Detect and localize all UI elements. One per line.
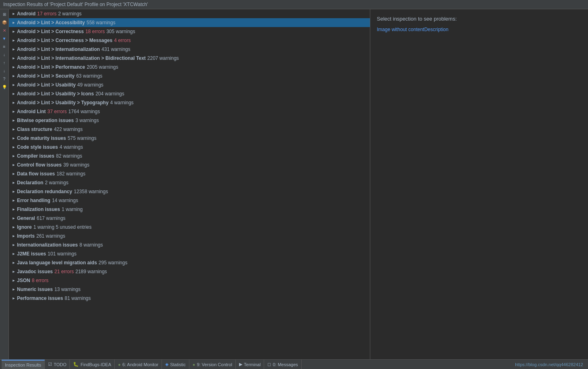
tree-item-label: Android > Lint > Usability > Typography bbox=[17, 100, 109, 105]
tree-item-warnings: 2005 warnings bbox=[87, 64, 118, 70]
tree-item[interactable]: ►General 617 warnings bbox=[9, 214, 370, 223]
tree-item[interactable]: ►Performance issues 81 warnings bbox=[9, 294, 370, 303]
expand-icon[interactable]: ⊞ bbox=[1, 11, 8, 17]
tree-item-label: Android Lint bbox=[17, 109, 46, 114]
status-item-messages[interactable]: ◻0: Messages bbox=[264, 360, 301, 369]
tree-item[interactable]: ►Bitwise operation issues 3 warnings bbox=[9, 116, 370, 125]
tree-item-warnings: 1764 warnings bbox=[68, 109, 100, 114]
filter-icon[interactable]: ▼ bbox=[1, 35, 8, 42]
status-item-findbugs[interactable]: 🐛FindBugs-IDEA bbox=[70, 360, 115, 369]
version-control-label: 9: Version Control bbox=[197, 362, 232, 367]
package-icon[interactable]: 📦 bbox=[1, 19, 8, 25]
tree-item-label: Data flow issues bbox=[17, 171, 55, 177]
tree-arrow-icon: ► bbox=[10, 73, 17, 79]
tree-item-warnings: 2207 warnings bbox=[147, 55, 179, 61]
tree-item[interactable]: ►Android > Lint > Correctness18 errors 3… bbox=[9, 27, 370, 36]
tree-item[interactable]: ►Javadoc issues21 errors 2189 warnings bbox=[9, 267, 370, 276]
inspection-results-label: Inspection Results bbox=[5, 363, 41, 367]
title-bar: Inspection Results of 'Project Default' … bbox=[0, 0, 588, 9]
tree-item[interactable]: ►Android > Lint > Performance 2005 warni… bbox=[9, 63, 370, 72]
tree-item-label: Declaration redundancy bbox=[17, 189, 72, 194]
tree-item-warnings: 558 warnings bbox=[86, 20, 115, 25]
left-toolbar: ⊞ 📦 ✕ ▼ ≡ ↓ ↑ ↓ ? 💡 bbox=[0, 9, 9, 359]
terminal-label: Terminal bbox=[244, 362, 261, 367]
tree-item[interactable]: ►JSON8 errors bbox=[9, 276, 370, 285]
main-content: ⊞ 📦 ✕ ▼ ≡ ↓ ↑ ↓ ? 💡 ►Android17 errors 2 … bbox=[0, 9, 588, 359]
tree-item[interactable]: ►Internationalization issues 8 warnings bbox=[9, 240, 370, 249]
status-item-statistic[interactable]: ◈Statistic bbox=[162, 360, 189, 369]
tree-item-label: Compiler issues bbox=[17, 153, 55, 159]
messages-icon: ◻ bbox=[267, 362, 271, 367]
tree-item[interactable]: ►Declaration 2 warnings bbox=[9, 178, 370, 187]
tree-item-errors: 4 errors bbox=[114, 38, 130, 43]
tree-item[interactable]: ►Android > Lint > Usability > Icons 204 … bbox=[9, 89, 370, 98]
tree-item[interactable]: ►Android Lint37 errors 1764 warnings bbox=[9, 107, 370, 116]
tree-item[interactable]: ►Compiler issues 82 warnings bbox=[9, 152, 370, 160]
tree-item[interactable]: ►Android > Lint > Security 63 warnings bbox=[9, 72, 370, 80]
tree-item-warnings: 63 warnings bbox=[76, 73, 103, 79]
tree-item-warnings: 617 warnings bbox=[37, 215, 65, 221]
tree-item[interactable]: ►Ignore 1 warning 5 unused entries bbox=[9, 223, 370, 232]
tree-item[interactable]: ►Android > Lint > Internationalization 4… bbox=[9, 45, 370, 54]
tree-item[interactable]: ►Data flow issues 182 warnings bbox=[9, 169, 370, 178]
tree-item-label: Android > Lint > Usability bbox=[17, 82, 76, 88]
tree-item-label: Java language level migration aids bbox=[17, 260, 97, 266]
status-item-android-monitor[interactable]: ●6: Android Monitor bbox=[115, 360, 162, 369]
bulb-icon[interactable]: 💡 bbox=[1, 84, 8, 90]
settings-icon[interactable]: ≡ bbox=[1, 43, 8, 50]
tree-arrow-icon: ► bbox=[10, 135, 17, 141]
up-icon[interactable]: ↑ bbox=[1, 59, 8, 66]
tree-item[interactable]: ►Android17 errors 2 warnings bbox=[9, 9, 370, 18]
tree-item-label: Code maturity issues bbox=[17, 135, 66, 141]
status-item-inspection-results[interactable]: Inspection Results bbox=[2, 360, 45, 369]
tree-item[interactable]: ►Control flow issues 39 warnings bbox=[9, 160, 370, 169]
tree-item-label: Code style issues bbox=[17, 144, 58, 150]
tree-item-label: Android > Lint > Performance bbox=[17, 64, 85, 70]
status-item-todo[interactable]: ☑TODO bbox=[45, 360, 70, 369]
tree-item-label: Android > Lint > Usability > Icons bbox=[17, 91, 94, 97]
tree-arrow-icon: ► bbox=[10, 215, 17, 221]
tree-item[interactable]: ►Finalization issues 1 warning bbox=[9, 205, 370, 214]
tree-item[interactable]: ►Class structure 422 warnings bbox=[9, 125, 370, 134]
todo-icon: ☑ bbox=[48, 362, 52, 367]
tree-item[interactable]: ►Numeric issues 13 warnings bbox=[9, 285, 370, 294]
tree-item[interactable]: ►J2ME issues 101 warnings bbox=[9, 249, 370, 258]
tree-arrow-icon: ► bbox=[10, 91, 17, 97]
tree-item-warnings: 431 warnings bbox=[101, 46, 130, 52]
tree-item-warnings: 2189 warnings bbox=[76, 269, 107, 274]
help-icon[interactable]: ? bbox=[1, 76, 8, 82]
tree-item[interactable]: ►Java language level migration aids 295 … bbox=[9, 258, 370, 267]
tree-item[interactable]: ►Code style issues 4 warnings bbox=[9, 143, 370, 152]
tree-item-warnings: 1 warning bbox=[62, 207, 83, 212]
tree-item[interactable]: ►Android > Lint > Correctness > Messages… bbox=[9, 36, 370, 45]
tree-arrow-icon: ► bbox=[10, 259, 17, 266]
tree-item-label: Numeric issues bbox=[17, 287, 53, 292]
tree-item[interactable]: ►Android > Lint > Internationalization >… bbox=[9, 54, 370, 63]
tree-item-label: Error handling bbox=[17, 198, 50, 203]
status-item-terminal[interactable]: ▶Terminal bbox=[236, 360, 265, 369]
tree-arrow-icon: ► bbox=[10, 28, 17, 35]
tree-item-label: Class structure bbox=[17, 127, 52, 132]
tree-item[interactable]: ►Declaration redundancy 12358 warnings bbox=[9, 187, 370, 196]
tree-item-warnings: 305 warnings bbox=[106, 29, 135, 34]
tree-item-label: Performance issues bbox=[17, 295, 63, 301]
download-icon[interactable]: ↓ bbox=[1, 51, 8, 58]
tree-item[interactable]: ►Code maturity issues 575 warnings bbox=[9, 134, 370, 143]
tree-item-warnings: 204 warnings bbox=[95, 91, 124, 97]
tree-item[interactable]: ►Error handling 14 warnings bbox=[9, 196, 370, 205]
tree-arrow-icon: ► bbox=[10, 19, 17, 26]
tree-item[interactable]: ►Android > Lint > Usability 49 warnings bbox=[9, 80, 370, 89]
down-icon[interactable]: ↓ bbox=[1, 67, 8, 74]
right-panel-link[interactable]: Image without contentDescription bbox=[377, 27, 448, 32]
tree-item[interactable]: ►Imports 261 warnings bbox=[9, 232, 370, 240]
tree-item[interactable]: ►Android > Lint > Usability > Typography… bbox=[9, 98, 370, 107]
tree-item[interactable]: ►Android > Lint > Accessibility 558 warn… bbox=[9, 18, 370, 27]
tree-panel[interactable]: ►Android17 errors 2 warnings►Android > L… bbox=[9, 9, 370, 359]
tree-arrow-icon: ► bbox=[10, 46, 17, 53]
tree-item-warnings: 2 warnings bbox=[45, 180, 68, 186]
tree-item-warnings: 261 warnings bbox=[36, 233, 65, 239]
status-item-version-control[interactable]: ●9: Version Control bbox=[189, 360, 236, 369]
tree-item-label: Android > Lint > Accessibility bbox=[17, 20, 85, 25]
findbugs-label: FindBugs-IDEA bbox=[80, 362, 111, 367]
close-icon[interactable]: ✕ bbox=[1, 27, 8, 34]
